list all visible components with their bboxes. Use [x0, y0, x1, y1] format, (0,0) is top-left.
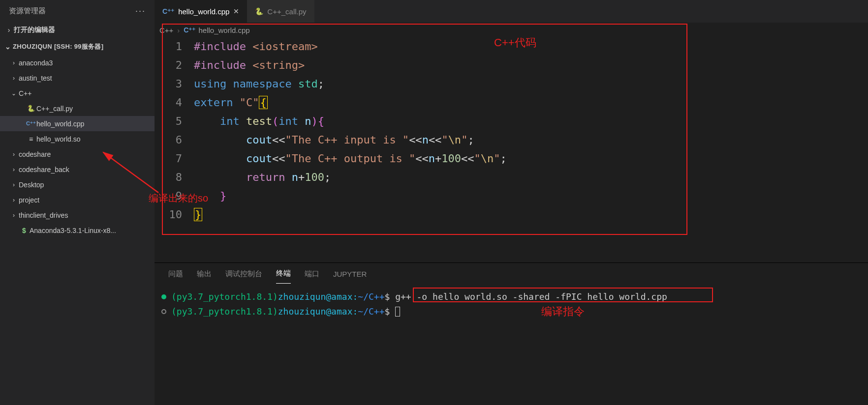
- panel-tab-JUPYTER[interactable]: JUPYTER: [333, 265, 367, 283]
- breadcrumb[interactable]: C++ › C⁺⁺ hello_world.cpp: [155, 23, 868, 37]
- folder-item[interactable]: ›codeshare_back: [0, 162, 155, 177]
- item-name: Desktop: [19, 181, 44, 189]
- explorer-title: 资源管理器: [9, 6, 46, 16]
- line-number: 6: [155, 131, 182, 149]
- folder-item[interactable]: ⌄C++: [0, 86, 155, 101]
- file-item[interactable]: $Anaconda3-5.3.1-Linux-x8...: [0, 223, 155, 238]
- file-tree: ›anaconda3›austin_test⌄C++🐍C++_call.pyC⁺…: [0, 55, 155, 238]
- terminal-line[interactable]: (py3.7_pytorch1.8.1) zhouziqun@amax:~/C+…: [161, 304, 861, 319]
- file-item[interactable]: C⁺⁺hello_world.cpp: [0, 116, 155, 131]
- line-number: 9: [155, 187, 182, 205]
- chevron-right-icon: ›: [9, 197, 19, 203]
- item-name: anaconda3: [19, 59, 53, 67]
- line-number: 8: [155, 168, 182, 187]
- panel-tab-终端[interactable]: 终端: [276, 264, 291, 284]
- cpp-icon: C⁺⁺: [162, 7, 174, 15]
- code-editor[interactable]: 12345678910 #include <iostream>#include …: [155, 37, 868, 262]
- item-name: thinclient_drives: [19, 211, 68, 219]
- folder-item[interactable]: ›project: [0, 192, 155, 207]
- code-line[interactable]: }: [194, 205, 868, 224]
- tab-C++_call.py[interactable]: 🐍C++_call.py: [247, 0, 314, 23]
- panel-tab-调试控制台[interactable]: 调试控制台: [225, 264, 262, 284]
- code-line[interactable]: return n+100;: [194, 168, 868, 187]
- terminal-line[interactable]: (py3.7_pytorch1.8.1) zhouziqun@amax:~/C+…: [161, 289, 861, 304]
- more-icon[interactable]: ···: [135, 6, 146, 16]
- close-icon[interactable]: ✕: [233, 7, 239, 15]
- tab-hello_world.cpp[interactable]: C⁺⁺hello_world.cpp✕: [155, 0, 247, 23]
- python-icon: 🐍: [255, 7, 263, 15]
- line-number: 3: [155, 75, 182, 93]
- env-name: (py3.7_pytorch1.8.1): [171, 304, 278, 319]
- chevron-right-icon: ›: [4, 26, 14, 34]
- folder-item[interactable]: ›thinclient_drives: [0, 207, 155, 223]
- terminal[interactable]: (py3.7_pytorch1.8.1) zhouziqun@amax:~/C+…: [155, 285, 868, 405]
- file-icon: ≡: [26, 135, 36, 143]
- file-icon: 🐍: [26, 105, 36, 112]
- folder-item[interactable]: ›codeshare: [0, 146, 155, 162]
- workspace-name: ZHOUZIQUN [SSH: 99服务器]: [13, 42, 103, 51]
- code-line[interactable]: int test(int n){: [194, 112, 868, 131]
- terminal-cursor: [395, 307, 400, 317]
- line-number: 2: [155, 56, 182, 75]
- panel-tab-问题[interactable]: 问题: [168, 264, 183, 284]
- line-number: 4: [155, 93, 182, 112]
- user-host: zhouziqun@amax: [278, 289, 353, 304]
- code-line[interactable]: }: [194, 187, 868, 205]
- file-icon: C⁺⁺: [26, 120, 36, 127]
- breadcrumb-part[interactable]: C++: [159, 26, 173, 34]
- item-name: hello_world.so: [36, 135, 81, 143]
- cwd-path: ~/C++: [358, 289, 384, 304]
- status-dot: [161, 294, 166, 299]
- folder-item[interactable]: ›Desktop: [0, 177, 155, 192]
- editor-area: C⁺⁺hello_world.cpp✕🐍C++_call.py C++ › C⁺…: [155, 0, 868, 405]
- code-line[interactable]: #include <string>: [194, 56, 868, 75]
- cwd-path: ~/C++: [358, 304, 384, 319]
- line-number: 1: [155, 37, 182, 56]
- item-name: project: [19, 196, 39, 204]
- file-item[interactable]: 🐍C++_call.py: [0, 101, 155, 116]
- panel-tab-输出[interactable]: 输出: [197, 264, 212, 284]
- panel-tabs: 问题输出调试控制台终端端口JUPYTER: [155, 263, 868, 285]
- item-name: Anaconda3-5.3.1-Linux-x8...: [30, 227, 116, 234]
- workspace-section[interactable]: ⌄ ZHOUZIQUN [SSH: 99服务器]: [0, 38, 155, 55]
- file-icon: $: [19, 227, 30, 234]
- item-name: hello_world.cpp: [36, 120, 84, 128]
- code-line[interactable]: extern "C"{: [194, 93, 868, 112]
- chevron-right-icon: ›: [9, 59, 19, 66]
- status-dot: [161, 309, 166, 314]
- panel-tab-端口[interactable]: 端口: [305, 264, 319, 284]
- item-name: C++: [19, 89, 31, 97]
- code-line[interactable]: using namespace std;: [194, 75, 868, 93]
- cpp-icon: C⁺⁺: [184, 26, 195, 34]
- tab-label: C++_call.py: [267, 7, 306, 16]
- file-item[interactable]: ≡hello_world.so: [0, 131, 155, 146]
- chevron-right-icon: ›: [9, 166, 19, 173]
- item-name: codeshare_back: [19, 166, 69, 174]
- chevron-right-icon: ›: [9, 75, 19, 82]
- breadcrumb-part[interactable]: hello_world.cpp: [198, 26, 249, 34]
- line-gutter: 12345678910: [155, 37, 194, 262]
- line-number: 7: [155, 149, 182, 168]
- code-line[interactable]: #include <iostream>: [194, 37, 868, 56]
- code-line[interactable]: cout<<"The C++ input is "<<n<<"\n";: [194, 131, 868, 149]
- code-content[interactable]: #include <iostream>#include <string>usin…: [194, 37, 868, 262]
- code-line[interactable]: cout<<"The C++ output is "<<n+100<<"\n";: [194, 149, 868, 168]
- line-number: 10: [155, 205, 182, 224]
- opened-editors-label: 打开的编辑器: [14, 26, 55, 34]
- bottom-panel: 问题输出调试控制台终端端口JUPYTER (py3.7_pytorch1.8.1…: [155, 262, 868, 405]
- chevron-right-icon: ›: [9, 151, 19, 158]
- line-number: 5: [155, 112, 182, 131]
- explorer-header: 资源管理器 ···: [0, 0, 155, 22]
- env-name: (py3.7_pytorch1.8.1): [171, 289, 278, 304]
- explorer-sidebar: 资源管理器 ··· › 打开的编辑器 ⌄ ZHOUZIQUN [SSH: 99服…: [0, 0, 155, 405]
- opened-editors-section[interactable]: › 打开的编辑器: [0, 22, 155, 38]
- tab-label: hello_world.cpp: [178, 7, 229, 16]
- folder-item[interactable]: ›anaconda3: [0, 55, 155, 70]
- terminal-command: g++ -o hello_world.so -shared -fPIC hell…: [395, 289, 667, 304]
- tabs-bar: C⁺⁺hello_world.cpp✕🐍C++_call.py: [155, 0, 868, 23]
- user-host: zhouziqun@amax: [278, 304, 353, 319]
- chevron-right-icon: ›: [9, 181, 19, 188]
- item-name: austin_test: [19, 74, 52, 82]
- chevron-right-icon: ›: [9, 212, 19, 219]
- folder-item[interactable]: ›austin_test: [0, 70, 155, 86]
